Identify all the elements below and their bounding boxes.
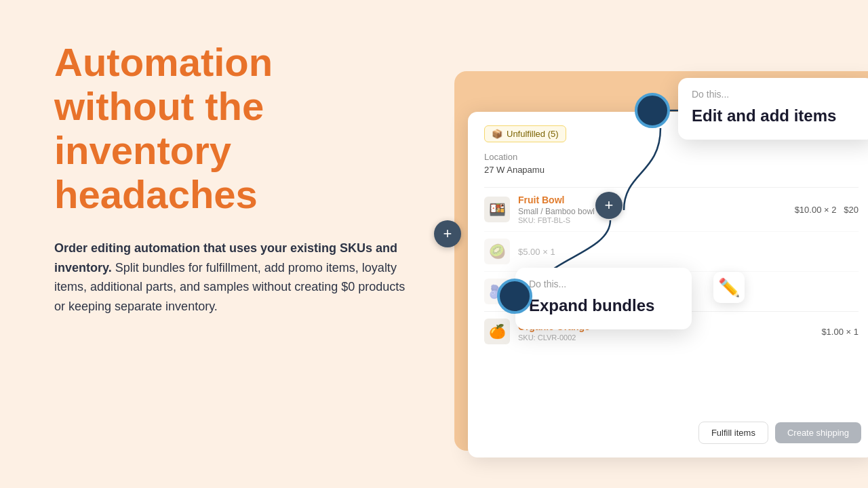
item-info-2: $5.00 × 1 bbox=[518, 247, 859, 257]
unfulfilled-badge: 📦 Unfulfilled (5) bbox=[484, 125, 566, 142]
box-icon: 📦 bbox=[492, 129, 502, 139]
item-thumb-4: 🍊 bbox=[484, 319, 510, 344]
order-item-1: 🍱 Fruit Bowl Small / Bamboo bowl SKU: FB… bbox=[484, 187, 859, 231]
address-text: 27 W Anapamu bbox=[484, 165, 859, 175]
headline: Automation without the inventory headach… bbox=[54, 41, 407, 217]
item-sku-4: SKU: CLVR-0002 bbox=[518, 333, 813, 342]
item-info-1: Fruit Bowl Small / Bamboo bowl SKU: FBT-… bbox=[518, 195, 787, 224]
circle-node-top bbox=[635, 93, 670, 128]
tooltip-bottom-action: Expand bundles bbox=[529, 296, 678, 316]
location-label: Location bbox=[484, 152, 859, 162]
order-item-2: 🥝 $5.00 × 1 bbox=[484, 231, 859, 271]
action-bar: Fulfill items Create shipping bbox=[481, 422, 861, 444]
edit-icon: ✏️ bbox=[713, 272, 745, 303]
circle-node-bottom bbox=[497, 279, 532, 314]
tooltip-top-action: Edit and add items bbox=[692, 106, 861, 126]
item-price-2: $5.00 × 1 bbox=[518, 247, 859, 257]
item-variant-1: Small / Bamboo bowl bbox=[518, 207, 787, 216]
item-name-1: Fruit Bowl bbox=[518, 195, 787, 205]
pencil-icon: ✏️ bbox=[718, 277, 740, 298]
body-text: Order editing automation that uses your … bbox=[54, 239, 407, 317]
item-thumb-1: 🍱 bbox=[484, 197, 510, 222]
right-panel: + + Do this... Edit and add items ✏️ Do … bbox=[427, 37, 868, 451]
unfulfilled-label: Unfulfilled (5) bbox=[507, 129, 559, 139]
create-shipping-button[interactable]: Create shipping bbox=[775, 422, 861, 443]
tooltip-card-bottom: Do this... Expand bundles bbox=[515, 268, 692, 329]
plus-button-center[interactable]: + bbox=[595, 192, 623, 219]
left-panel: Automation without the inventory headach… bbox=[54, 41, 407, 317]
item-price-4: $1.00 × 1 bbox=[821, 327, 859, 337]
fulfill-button[interactable]: Fulfill items bbox=[698, 422, 768, 444]
item-price-1: $10.00 × 2 $20 bbox=[795, 205, 859, 215]
item-sku-1: SKU: FBT-BL-S bbox=[518, 216, 787, 224]
plus-button-left[interactable]: + bbox=[434, 220, 461, 247]
item-thumb-2: 🥝 bbox=[484, 239, 510, 264]
tooltip-bottom-do-this: Do this... bbox=[529, 279, 678, 289]
tooltip-top-do-this: Do this... bbox=[692, 89, 861, 100]
tooltip-card-top: Do this... Edit and add items bbox=[678, 78, 868, 140]
